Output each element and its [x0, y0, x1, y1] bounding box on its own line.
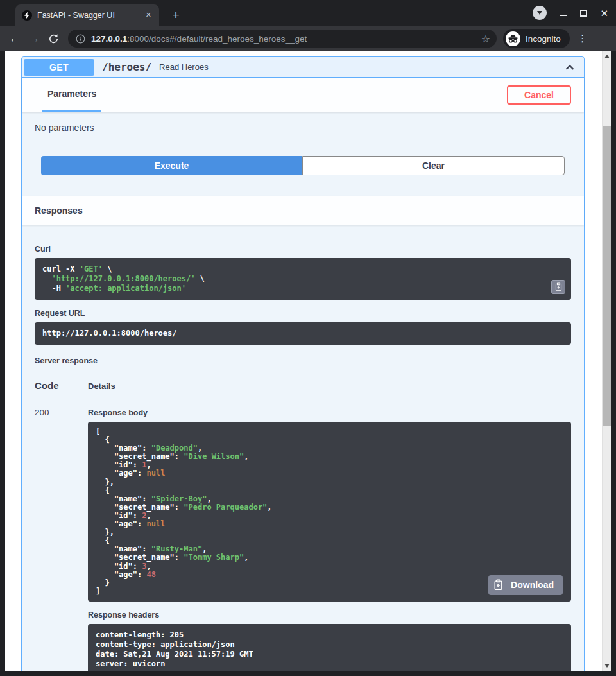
- window-frame-bottom: [0, 671, 616, 676]
- header-line: content-length: 205: [96, 630, 184, 639]
- incognito-badge: Incognito: [503, 29, 570, 48]
- scroll-down-arrow-icon[interactable]: [604, 664, 610, 668]
- browser-titlebar: FastAPI - Swagger UI ✕ + ✕: [0, 0, 616, 26]
- method-badge: GET: [24, 59, 94, 76]
- reload-icon: [48, 33, 59, 44]
- parameters-header: Parameters Cancel: [22, 78, 584, 112]
- page-content: GET /heroes/ Read Heroes Parameters Canc…: [5, 51, 602, 671]
- reload-button[interactable]: [44, 33, 63, 44]
- no-parameters-text: No parameters: [35, 123, 94, 133]
- request-url-value: http://127.0.0.1:8000/heroes/: [42, 329, 177, 338]
- scroll-up-arrow-icon[interactable]: [604, 55, 610, 58]
- execute-row: Execute Clear: [22, 156, 584, 196]
- responses-inner: Curl curl -X 'GET' \ 'http://127.0.0.1:8…: [22, 225, 584, 671]
- response-body-code: [ { "name": "Deadpond", "secret_name": "…: [88, 422, 571, 602]
- curl-command-code: curl -X 'GET' \ 'http://127.0.0.1:8000/h…: [35, 258, 571, 300]
- response-body-label: Response body: [88, 408, 571, 417]
- code-column-header: Code: [35, 380, 88, 391]
- window-menu-button[interactable]: [533, 6, 547, 20]
- header-line: server: uvicorn: [96, 659, 165, 668]
- request-url-code: http://127.0.0.1:8000/heroes/: [35, 322, 571, 345]
- close-window-button[interactable]: ✕: [600, 8, 608, 18]
- browser-toolbar: ← → 127.0.0.1:8000/docs#/default/read_he…: [0, 26, 616, 51]
- download-button[interactable]: Download: [502, 575, 563, 595]
- responses-title: Responses: [35, 205, 83, 216]
- request-url-label: Request URL: [35, 309, 571, 318]
- browser-menu-button[interactable]: ⋮: [576, 33, 589, 44]
- chevron-down-icon: [537, 11, 542, 15]
- url-host: 127.0.0.1: [91, 34, 127, 44]
- response-row: 200 Response body [ { "name": "Deadpond"…: [35, 399, 571, 671]
- tab-close-icon[interactable]: ✕: [143, 10, 154, 21]
- response-headers-code: content-length: 205 content-type: applic…: [88, 624, 571, 671]
- copy-curl-button[interactable]: [551, 280, 565, 294]
- opblock-get-heroes: GET /heroes/ Read Heroes Parameters Canc…: [21, 56, 585, 671]
- url-text[interactable]: 127.0.0.1:8000/docs#/default/read_heroes…: [91, 34, 481, 44]
- details-column-header: Details: [88, 381, 116, 391]
- parameters-body: No parameters: [22, 112, 584, 156]
- tab-title: FastAPI - Swagger UI: [37, 11, 143, 20]
- address-bar[interactable]: 127.0.0.1:8000/docs#/default/read_heroes…: [68, 30, 497, 48]
- fastapi-favicon-icon: [22, 10, 32, 21]
- endpoint-path: /heroes/: [102, 61, 151, 73]
- collapse-button[interactable]: [563, 61, 576, 74]
- clipboard-icon: [554, 282, 563, 291]
- minimize-button[interactable]: [560, 15, 567, 16]
- incognito-label: Incognito: [526, 34, 561, 44]
- page-scrollbar[interactable]: [602, 51, 611, 671]
- chevron-up-icon: [563, 61, 576, 74]
- execute-button[interactable]: Execute: [41, 156, 302, 175]
- browser-tab[interactable]: FastAPI - Swagger UI ✕: [15, 4, 159, 26]
- response-headers-label: Response headers: [88, 611, 571, 620]
- info-icon[interactable]: [76, 34, 85, 44]
- opblock-summary[interactable]: GET /heroes/ Read Heroes: [22, 57, 584, 78]
- curl-label: Curl: [35, 245, 571, 254]
- server-response-label: Server response: [35, 356, 571, 365]
- clear-button[interactable]: Clear: [302, 156, 565, 175]
- responses-header: Responses: [22, 196, 584, 225]
- url-path: :8000/docs#/default/read_heroes_heroes__…: [127, 34, 307, 44]
- back-button[interactable]: ←: [5, 31, 24, 46]
- scrollbar-thumb[interactable]: [603, 126, 611, 426]
- parameters-tab-label: Parameters: [47, 89, 96, 99]
- tab-parameters[interactable]: Parameters: [42, 78, 101, 112]
- forward-button[interactable]: →: [24, 31, 44, 46]
- header-line: date: Sat,21 Aug 2021 11:57:19 GMT: [96, 650, 253, 659]
- new-tab-button[interactable]: +: [168, 8, 184, 23]
- status-code: 200: [35, 408, 88, 671]
- endpoint-summary: Read Heroes: [159, 62, 209, 72]
- incognito-icon: [506, 31, 520, 46]
- header-line: content-type: application/json: [96, 640, 235, 649]
- maximize-button[interactable]: [580, 10, 587, 17]
- cancel-button[interactable]: Cancel: [507, 85, 571, 105]
- response-table-header: Code Details: [35, 370, 571, 399]
- bookmark-star-icon[interactable]: ☆: [481, 33, 490, 45]
